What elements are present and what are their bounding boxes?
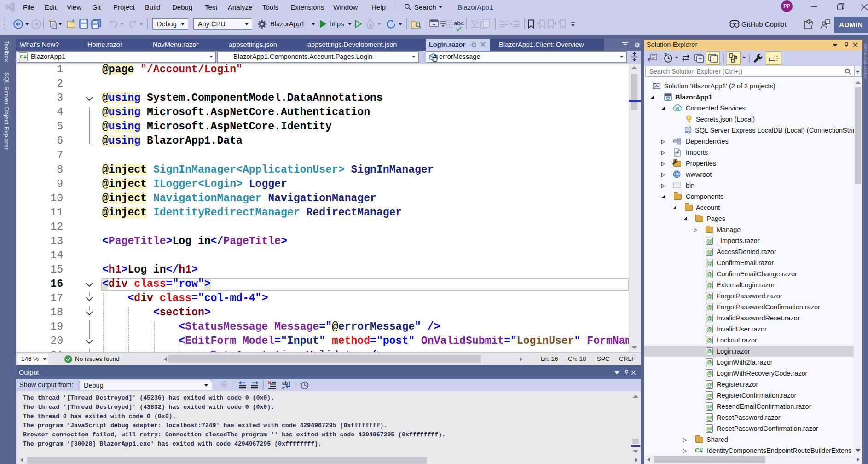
svg-text:SQL: SQL: [685, 130, 691, 134]
svg-text:c: c: [282, 385, 285, 389]
